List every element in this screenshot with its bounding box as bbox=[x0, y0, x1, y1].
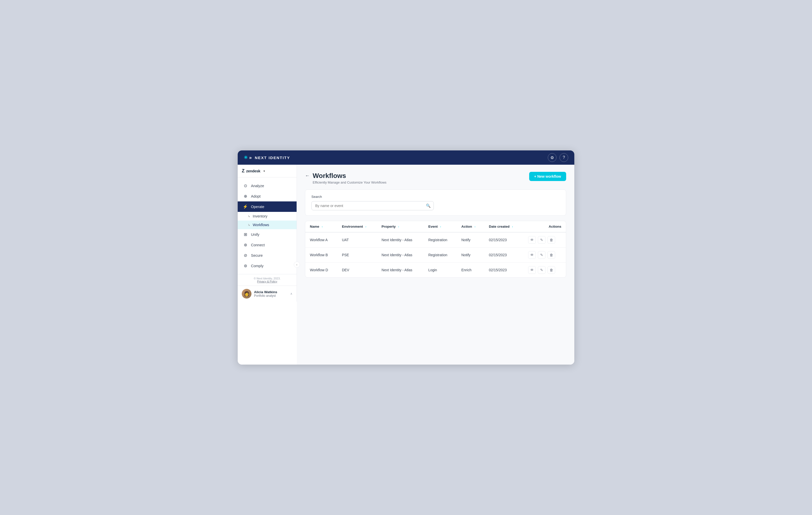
search-icon: 🔍 bbox=[426, 204, 431, 208]
search-card: Search 🔍 bbox=[305, 189, 566, 216]
workflows-arrow-icon: ↳ bbox=[248, 223, 250, 226]
col-header-environment[interactable]: Environment ↑ bbox=[338, 221, 377, 232]
cell-property-1: Next Identity - Atlas bbox=[377, 247, 424, 263]
action-buttons-2: 👁 ✎ 🗑 bbox=[528, 266, 561, 274]
cell-name-2: Workflow D bbox=[305, 263, 338, 278]
sidebar-item-adopt[interactable]: ⊕ Adopt bbox=[238, 191, 297, 202]
cell-event-2: Login bbox=[424, 263, 457, 278]
page-title-area: ← Workflows Efficiently Manage and Custo… bbox=[305, 172, 386, 184]
sidebar-item-label-adopt: Adopt bbox=[251, 194, 261, 199]
logo-arrows: » bbox=[249, 155, 252, 160]
unify-icon: ⊞ bbox=[243, 232, 248, 237]
page-header: ← Workflows Efficiently Manage and Custo… bbox=[305, 172, 566, 184]
connect-icon: ⊛ bbox=[243, 242, 248, 247]
privacy-link[interactable]: Privacy & Policy bbox=[257, 280, 277, 283]
sort-icon-event: ↑ bbox=[440, 225, 441, 228]
edit-button-0[interactable]: ✎ bbox=[538, 236, 546, 244]
cell-environment-1: PSE bbox=[338, 247, 377, 263]
sidebar-item-comply[interactable]: ⊚ Comply bbox=[238, 261, 297, 271]
view-button-2[interactable]: 👁 bbox=[528, 266, 536, 274]
cell-name-0: Workflow A bbox=[305, 232, 338, 247]
user-chevron-icon: ∧ bbox=[290, 292, 292, 296]
sidebar-footer: © Next Identity, 2023. Privacy & Policy bbox=[238, 274, 297, 285]
sidebar-item-label-analyze: Analyze bbox=[251, 184, 264, 188]
page-title: Workflows bbox=[313, 172, 346, 180]
top-bar-actions: ⚙ ? bbox=[548, 153, 568, 162]
help-button[interactable]: ? bbox=[559, 153, 568, 162]
cell-actions-1: 👁 ✎ 🗑 bbox=[524, 247, 566, 263]
edit-button-2[interactable]: ✎ bbox=[538, 266, 546, 274]
col-header-property[interactable]: Property ↑ bbox=[377, 221, 424, 232]
tenant-logo: Z zendesk bbox=[242, 168, 260, 174]
tenant-name: zendesk bbox=[246, 169, 260, 173]
cell-action-0: Notify bbox=[457, 232, 484, 247]
cell-environment-0: UAT bbox=[338, 232, 377, 247]
comply-icon: ⊚ bbox=[243, 263, 248, 268]
logo-star: ✳ bbox=[244, 155, 248, 160]
workflows-table: Name ↑ Environment ↑ Property ↑ bbox=[305, 221, 566, 277]
view-button-0[interactable]: 👁 bbox=[528, 236, 536, 244]
sidebar-item-label-unify: Unify bbox=[251, 233, 259, 237]
app-title: NEXT IDENTITY bbox=[255, 155, 290, 160]
cell-action-1: Notify bbox=[457, 247, 484, 263]
tenant-selector[interactable]: Z zendesk ▾ bbox=[238, 165, 297, 177]
zendesk-k-icon: Z bbox=[242, 168, 244, 174]
tenant-chevron-icon: ▾ bbox=[263, 169, 265, 173]
delete-button-2[interactable]: 🗑 bbox=[548, 266, 555, 274]
copyright-text: © Next Identity, 2023. bbox=[242, 277, 292, 280]
cell-property-2: Next Identity - Atlas bbox=[377, 263, 424, 278]
delete-button-0[interactable]: 🗑 bbox=[548, 236, 555, 244]
sidebar-subitem-label-workflows: Workflows bbox=[253, 223, 269, 227]
view-button-1[interactable]: 👁 bbox=[528, 251, 536, 259]
sidebar-subitem-label-inventory: Inventory bbox=[253, 214, 267, 218]
page-subtitle: Efficiently Manage and Customize Your Wo… bbox=[313, 181, 386, 184]
cell-date-0: 02/15/2023 bbox=[484, 232, 524, 247]
cell-event-1: Registration bbox=[424, 247, 457, 263]
settings-button[interactable]: ⚙ bbox=[548, 153, 556, 162]
search-input[interactable] bbox=[311, 201, 434, 210]
col-header-name[interactable]: Name ↑ bbox=[305, 221, 338, 232]
back-button[interactable]: ← bbox=[305, 173, 310, 179]
table-row: Workflow B PSE Next Identity - Atlas Reg… bbox=[305, 247, 566, 263]
cell-action-2: Enrich bbox=[457, 263, 484, 278]
sidebar-item-unify[interactable]: ⊞ Unify bbox=[238, 229, 297, 240]
sidebar-item-label-comply: Comply bbox=[251, 264, 263, 268]
sidebar-collapse-button[interactable]: ‹ bbox=[294, 262, 300, 268]
sidebar-subitem-workflows[interactable]: ↳ Workflows bbox=[238, 220, 297, 229]
cell-date-2: 02/15/2023 bbox=[484, 263, 524, 278]
sidebar-item-label-operate: Operate bbox=[251, 205, 264, 209]
avatar: 👩 bbox=[242, 289, 252, 299]
col-header-date-created[interactable]: Date created ↑ bbox=[484, 221, 524, 232]
sidebar-item-connect[interactable]: ⊛ Connect bbox=[238, 240, 297, 250]
cell-property-0: Next Identity - Atlas bbox=[377, 232, 424, 247]
sidebar-item-label-secure: Secure bbox=[251, 253, 263, 258]
table-row: Workflow A UAT Next Identity - Atlas Reg… bbox=[305, 232, 566, 247]
inventory-arrow-icon: ↳ bbox=[248, 215, 250, 218]
cell-actions-0: 👁 ✎ 🗑 bbox=[524, 232, 566, 247]
sidebar-item-label-connect: Connect bbox=[251, 243, 265, 247]
sidebar: Z zendesk ▾ ⊙ Analyze ⊕ Adopt bbox=[238, 165, 297, 302]
col-header-event[interactable]: Event ↑ bbox=[424, 221, 457, 232]
sidebar-item-secure[interactable]: ⊘ Secure bbox=[238, 250, 297, 261]
sidebar-subitem-inventory[interactable]: ↳ Inventory bbox=[238, 212, 297, 220]
main-content: ← Workflows Efficiently Manage and Custo… bbox=[297, 165, 574, 365]
operate-icon: ⚡ bbox=[243, 204, 248, 209]
table-header-row: Name ↑ Environment ↑ Property ↑ bbox=[305, 221, 566, 232]
sidebar-item-analyze[interactable]: ⊙ Analyze bbox=[238, 181, 297, 191]
user-profile[interactable]: 👩 Alicia Watkins Portfolio analyst ∧ bbox=[238, 285, 297, 302]
sidebar-wrapper: Z zendesk ▾ ⊙ Analyze ⊕ Adopt bbox=[238, 165, 297, 365]
search-input-wrapper: 🔍 bbox=[311, 201, 434, 210]
sidebar-item-operate[interactable]: ⚡ Operate bbox=[238, 202, 297, 212]
user-name: Alicia Watkins bbox=[254, 290, 288, 294]
table-card: Name ↑ Environment ↑ Property ↑ bbox=[305, 221, 566, 278]
logo-icon: ✳ » bbox=[244, 155, 252, 160]
col-header-action[interactable]: Action ↑ bbox=[457, 221, 484, 232]
user-role: Portfolio analyst bbox=[254, 294, 288, 298]
cell-actions-2: 👁 ✎ 🗑 bbox=[524, 263, 566, 278]
edit-button-1[interactable]: ✎ bbox=[538, 251, 546, 259]
col-header-actions: Actions bbox=[524, 221, 566, 232]
action-buttons-1: 👁 ✎ 🗑 bbox=[528, 251, 561, 259]
delete-button-1[interactable]: 🗑 bbox=[548, 251, 555, 259]
new-workflow-button[interactable]: + New workflow bbox=[529, 172, 566, 181]
cell-name-1: Workflow B bbox=[305, 247, 338, 263]
